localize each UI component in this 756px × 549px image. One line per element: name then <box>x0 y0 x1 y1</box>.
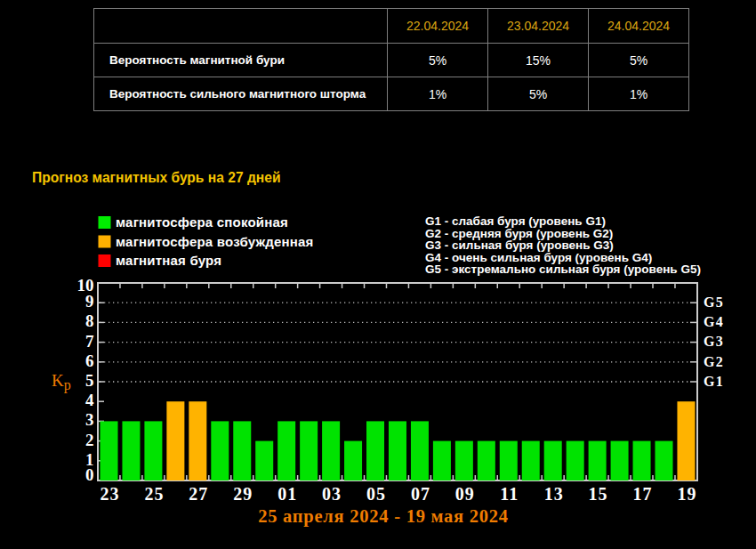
svg-text:G1: G1 <box>704 374 724 389</box>
svg-text:03: 03 <box>322 484 342 504</box>
svg-text:G3: G3 <box>704 334 724 349</box>
svg-text:магнитная буря: магнитная буря <box>116 253 221 268</box>
svg-text:6: 6 <box>85 351 94 370</box>
svg-text:15: 15 <box>589 484 608 504</box>
svg-text:3: 3 <box>85 410 94 429</box>
svg-text:13: 13 <box>544 484 564 504</box>
svg-text:G4: G4 <box>704 314 724 329</box>
svg-text:G5: G5 <box>704 295 724 310</box>
svg-text:7: 7 <box>85 332 94 351</box>
svg-text:Kp: Kp <box>52 371 71 393</box>
svg-text:01: 01 <box>277 484 297 504</box>
svg-text:27: 27 <box>189 484 208 504</box>
svg-text:9: 9 <box>85 292 94 311</box>
svg-text:магнитосфера возбужденная: магнитосфера возбужденная <box>116 234 314 249</box>
svg-text:G5 - экстремально сильная буря: G5 - экстремально сильная буря (уровень … <box>425 262 701 276</box>
svg-text:1: 1 <box>85 450 94 469</box>
svg-text:17: 17 <box>633 484 653 504</box>
svg-text:29: 29 <box>233 484 253 504</box>
svg-text:11: 11 <box>500 484 519 504</box>
svg-text:25 апреля 2024 - 19 мая 2024: 25 апреля 2024 - 19 мая 2024 <box>258 506 509 527</box>
svg-text:09: 09 <box>455 484 475 504</box>
svg-text:5: 5 <box>85 371 94 390</box>
svg-text:10: 10 <box>77 276 94 295</box>
svg-text:8: 8 <box>85 311 94 330</box>
svg-text:G2: G2 <box>704 354 724 369</box>
svg-text:4: 4 <box>85 391 94 409</box>
svg-text:07: 07 <box>411 484 430 504</box>
svg-text:19: 19 <box>677 484 696 504</box>
svg-text:23: 23 <box>100 484 119 504</box>
svg-text:05: 05 <box>366 484 386 504</box>
svg-text:2: 2 <box>85 431 94 449</box>
svg-text:25: 25 <box>144 484 164 504</box>
svg-text:магнитосфера спокойная: магнитосфера спокойная <box>116 214 288 230</box>
